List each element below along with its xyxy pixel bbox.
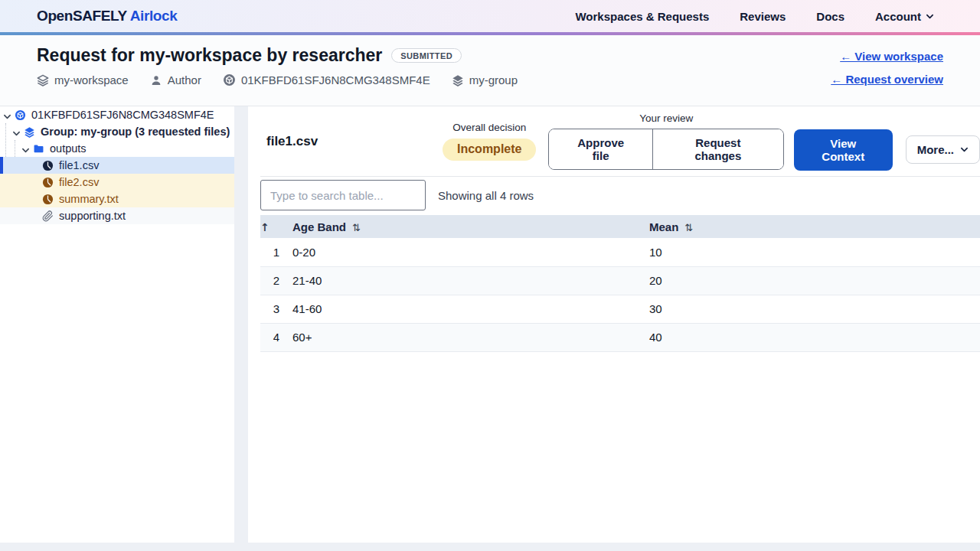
status-badge: SUBMITTED bbox=[391, 48, 462, 63]
content-area: 01KFBFD61SFJ6N8CMG348SMF4E Group: my-gro… bbox=[0, 106, 980, 543]
age-band-cell: 41-60 bbox=[292, 295, 649, 323]
chart-file-icon bbox=[42, 177, 54, 188]
tree-item-group[interactable]: Group: my-group (3 requested files) bbox=[0, 123, 234, 140]
logo-primary: OpenSAFELY bbox=[37, 8, 127, 24]
request-cube-icon bbox=[223, 73, 236, 86]
decision-badge: Incomplete bbox=[443, 139, 536, 161]
age-band-cell: 0-20 bbox=[292, 238, 649, 266]
your-review-label: Your review bbox=[548, 112, 783, 124]
tree-item-request-root[interactable]: 01KFBFD61SFJ6N8CMG348SMF4E bbox=[0, 106, 234, 123]
chevron-down-icon[interactable] bbox=[12, 128, 21, 136]
file-table-section: Showing all 4 rows ↑ Age Band⇅ Mean⇅ 1 0… bbox=[260, 176, 980, 352]
sort-toggle-icon: ⇅ bbox=[352, 222, 361, 233]
table-row: 3 41-60 30 bbox=[260, 295, 980, 323]
tree-item-summary[interactable]: summary.txt bbox=[0, 191, 234, 207]
column-header-mean[interactable]: Mean⇅ bbox=[649, 215, 980, 238]
workspace-layers-icon bbox=[37, 74, 49, 86]
logo-secondary: Airlock bbox=[130, 8, 178, 24]
approve-file-button[interactable]: Approve file bbox=[549, 129, 652, 169]
csv-data-table: ↑ Age Band⇅ Mean⇅ 1 0-20 10 2 21-40 20 bbox=[260, 215, 980, 352]
group-layers-icon bbox=[452, 74, 464, 86]
row-number-cell: 4 bbox=[260, 323, 292, 351]
request-cube-icon bbox=[15, 109, 26, 121]
chevron-down-icon bbox=[926, 12, 934, 21]
nav-workspaces-requests[interactable]: Workspaces & Requests bbox=[575, 10, 709, 23]
file-tree: 01KFBFD61SFJ6N8CMG348SMF4E Group: my-gro… bbox=[0, 106, 234, 224]
sort-ascending-icon: ↑ bbox=[260, 221, 270, 233]
request-overview-link[interactable]: ← Request overview bbox=[831, 73, 943, 86]
tree-item-file2[interactable]: file2.csv bbox=[0, 174, 234, 191]
row-number-cell: 2 bbox=[260, 266, 292, 295]
review-button-group: Approve file Request changes bbox=[548, 129, 783, 170]
tree-item-outputs-folder[interactable]: outputs bbox=[0, 140, 234, 157]
view-context-button[interactable]: View Context bbox=[794, 129, 893, 171]
table-header-row: ↑ Age Band⇅ Mean⇅ bbox=[260, 215, 980, 238]
chevron-down-icon[interactable] bbox=[21, 145, 30, 153]
request-changes-button[interactable]: Request changes bbox=[652, 129, 783, 169]
folder-icon bbox=[33, 143, 44, 155]
main-nav: Workspaces & Requests Reviews Docs Accou… bbox=[575, 10, 934, 23]
page-title: Request for my-workspace by researcher S… bbox=[37, 45, 518, 66]
mean-cell: 20 bbox=[649, 266, 980, 295]
mean-cell: 10 bbox=[649, 238, 980, 266]
tree-item-file1[interactable]: file1.csv bbox=[0, 157, 234, 174]
age-band-cell: 21-40 bbox=[292, 266, 649, 295]
mean-cell: 30 bbox=[649, 295, 980, 323]
top-nav: OpenSAFELYAirlock Workspaces & Requests … bbox=[0, 0, 980, 32]
table-row: 1 0-20 10 bbox=[260, 238, 980, 266]
file-review-header: file1.csv Overall decision Incomplete Yo… bbox=[248, 106, 980, 176]
file-name: file1.csv bbox=[266, 134, 443, 149]
mean-cell: 40 bbox=[649, 323, 980, 351]
tree-item-supporting[interactable]: supporting.txt bbox=[0, 207, 234, 224]
overall-decision: Overall decision Incomplete bbox=[443, 122, 536, 161]
row-number-cell: 3 bbox=[260, 295, 292, 323]
file-review-panel: file1.csv Overall decision Incomplete Yo… bbox=[248, 106, 980, 543]
table-toolbar: Showing all 4 rows bbox=[260, 180, 980, 210]
sort-toggle-icon: ⇅ bbox=[684, 222, 693, 233]
request-meta: my-workspace Author 01KFBFD61SFJ6N8CMG34… bbox=[37, 73, 518, 86]
row-number-sort-header[interactable]: ↑ bbox=[260, 215, 292, 238]
meta-group: my-group bbox=[452, 73, 518, 86]
overall-decision-label: Overall decision bbox=[443, 122, 536, 133]
view-workspace-link[interactable]: ← View workspace bbox=[840, 50, 943, 63]
column-header-age-band[interactable]: Age Band⇅ bbox=[292, 215, 649, 238]
chart-file-icon bbox=[42, 160, 54, 171]
row-count-status: Showing all 4 rows bbox=[438, 189, 534, 202]
nav-reviews[interactable]: Reviews bbox=[740, 10, 786, 23]
app-logo[interactable]: OpenSAFELYAirlock bbox=[37, 8, 177, 24]
chart-file-icon bbox=[42, 194, 54, 205]
table-search-input[interactable] bbox=[260, 180, 426, 210]
nav-account-menu[interactable]: Account bbox=[875, 10, 934, 23]
meta-workspace: my-workspace bbox=[37, 73, 129, 86]
group-layers-icon bbox=[24, 126, 35, 138]
user-icon bbox=[150, 74, 162, 86]
meta-request-id: 01KFBFD61SFJ6N8CMG348SMF4E bbox=[223, 73, 430, 86]
table-row: 4 60+ 40 bbox=[260, 323, 980, 351]
paperclip-icon bbox=[42, 210, 54, 222]
file-tree-sidebar: 01KFBFD61SFJ6N8CMG348SMF4E Group: my-gro… bbox=[0, 106, 234, 543]
meta-author: Author bbox=[150, 73, 201, 86]
more-menu-button[interactable]: More... bbox=[906, 135, 980, 164]
your-review: Your review Approve file Request changes bbox=[548, 112, 783, 170]
age-band-cell: 60+ bbox=[292, 323, 649, 351]
table-row: 2 21-40 20 bbox=[260, 266, 980, 295]
chevron-down-icon[interactable] bbox=[3, 111, 11, 119]
nav-docs[interactable]: Docs bbox=[816, 10, 844, 23]
chevron-down-icon bbox=[960, 145, 969, 154]
request-title-bar: Request for my-workspace by researcher S… bbox=[0, 35, 980, 106]
row-number-cell: 1 bbox=[260, 238, 292, 266]
